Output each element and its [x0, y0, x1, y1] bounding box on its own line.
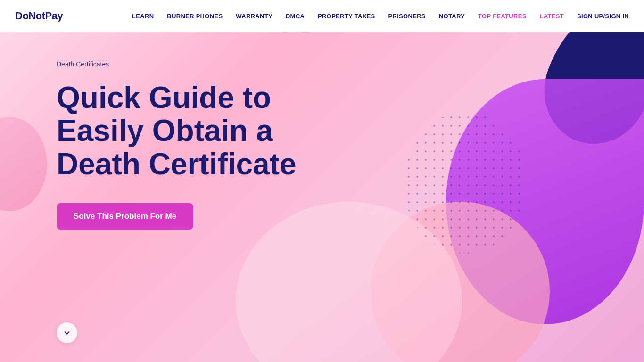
dots-svg: [399, 107, 531, 258]
nav-property-taxes[interactable]: PROPERTY TAXES: [318, 13, 375, 20]
nav-latest[interactable]: LATEST: [540, 13, 564, 20]
nav-links: LEARN BURNER PHONES WARRANTY DMCA PROPER…: [132, 12, 629, 20]
nav-sign-in[interactable]: SIGN UP/SIGN IN: [577, 13, 629, 20]
nav-burner-phones[interactable]: BURNER PHONES: [167, 13, 223, 20]
nav-learn[interactable]: LEARN: [132, 13, 154, 20]
nav-warranty[interactable]: WARRANTY: [236, 13, 272, 20]
scroll-down-button[interactable]: [57, 322, 77, 343]
dot-pattern: [399, 107, 531, 258]
nav-dmca[interactable]: DMCA: [286, 13, 305, 20]
nav-top-features[interactable]: TOP FEATURES: [478, 13, 527, 20]
navbar: DoNotPay LEARN BURNER PHONES WARRANTY DM…: [0, 0, 644, 32]
hero-title: Quick Guide to Easily Obtain a Death Cer…: [57, 81, 349, 181]
hero-content: Death Certificates Quick Guide to Easily…: [0, 32, 349, 230]
svg-point-2: [404, 112, 526, 254]
logo[interactable]: DoNotPay: [15, 10, 63, 22]
hero-section: Death Certificates Quick Guide to Easily…: [0, 32, 644, 362]
nav-prisoners[interactable]: PRISONERS: [388, 13, 426, 20]
chevron-down-icon: [62, 328, 72, 337]
cta-button[interactable]: Solve This Problem For Me: [57, 203, 193, 230]
breadcrumb: Death Certificates: [57, 60, 349, 68]
nav-notary[interactable]: NOTARY: [439, 13, 465, 20]
